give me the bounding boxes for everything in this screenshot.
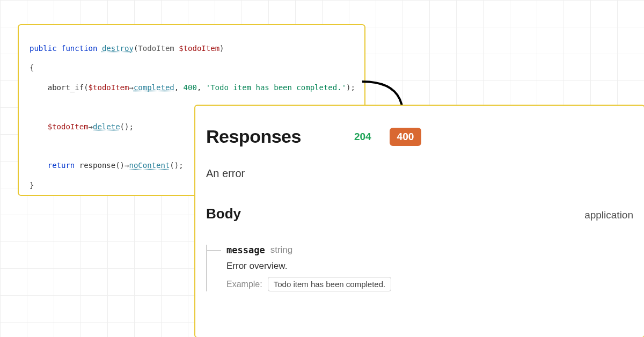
example-value: Todo item has been completed. — [268, 277, 391, 291]
responses-panel: Responses 204 400 An error Body applicat… — [194, 105, 644, 337]
function-name: destroy — [102, 44, 134, 53]
example-label: Example: — [226, 280, 262, 289]
no-content-method: noContent — [129, 161, 170, 170]
status-code-literal: 400 — [184, 83, 197, 92]
field-row: message string — [226, 245, 633, 255]
field-description: Error overview. — [226, 261, 633, 272]
field-name: message — [226, 245, 265, 255]
error-description: An error — [206, 167, 633, 180]
schema-tree-line — [206, 245, 207, 291]
status-tab-204[interactable]: 204 — [347, 128, 379, 146]
content-type: application — [584, 209, 633, 221]
keyword-function: function — [61, 44, 97, 53]
schema-block: message string Error overview. Example: … — [206, 245, 633, 291]
responses-title: Responses — [206, 126, 301, 147]
body-row: Body application — [206, 206, 633, 222]
responses-header: Responses 204 400 — [206, 126, 633, 147]
type-name: TodoItem — [138, 44, 174, 53]
status-tab-400[interactable]: 400 — [390, 128, 422, 146]
completed-prop: completed — [134, 83, 174, 92]
delete-method: delete — [93, 122, 120, 131]
example-row: Example: Todo item has been completed. — [226, 277, 633, 291]
keyword-public: public — [30, 44, 57, 53]
var-todoitem: $todoItem — [179, 44, 219, 53]
abort-message: 'Todo item has been completed.' — [206, 83, 346, 92]
schema-tree-connector — [206, 250, 221, 251]
field-type: string — [270, 245, 293, 255]
return-keyword: return — [48, 161, 75, 170]
body-title: Body — [206, 206, 241, 222]
abort-if-call: abort_if — [48, 83, 84, 92]
response-call: response — [79, 161, 115, 170]
